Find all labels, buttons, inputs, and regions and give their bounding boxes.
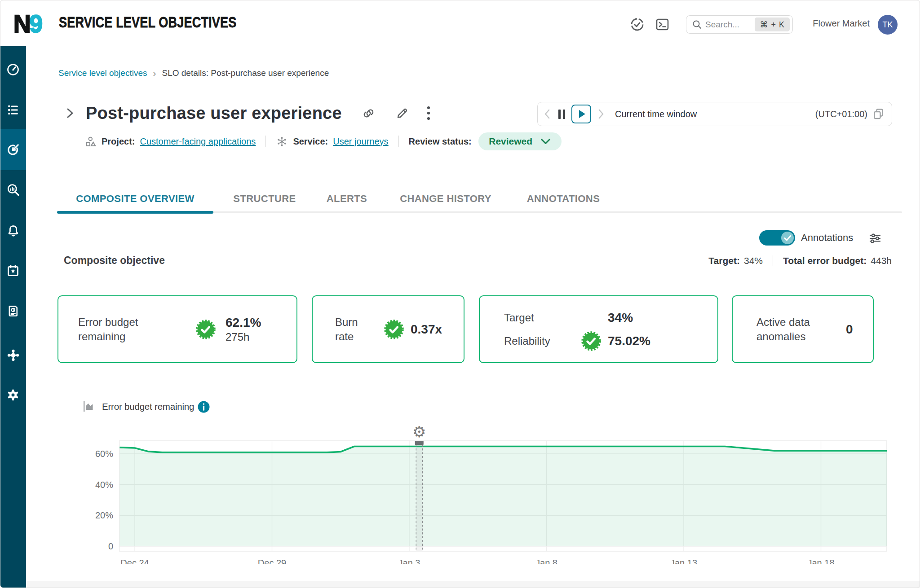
sidebar-item-integrations[interactable] xyxy=(0,335,26,375)
sidebar-item-dashboard[interactable] xyxy=(0,49,26,90)
bell-icon xyxy=(6,224,20,237)
time-window-label[interactable]: Current time window xyxy=(615,109,697,119)
nobl9-logo[interactable]: N9 xyxy=(13,9,41,38)
copy-icon[interactable] xyxy=(872,107,885,121)
project-link[interactable]: Customer-facing applications xyxy=(140,136,256,147)
target-row-label: Target xyxy=(504,311,534,325)
time-next-icon[interactable] xyxy=(597,108,605,120)
play-button[interactable] xyxy=(571,105,591,123)
slo-meta-row: Project: Customer-facing applications Se… xyxy=(84,132,562,151)
check-icon xyxy=(784,235,792,241)
footer-strip xyxy=(26,581,920,588)
card-target-reliability: Target 34% Reliability 75.02% xyxy=(479,295,718,363)
terminal-icon[interactable] xyxy=(655,17,670,32)
logo-9: 9 xyxy=(30,9,42,38)
copy-link-icon[interactable] xyxy=(362,106,376,120)
x-axis-label: Dec 24 xyxy=(120,558,149,564)
report-doc-icon xyxy=(6,304,20,318)
sidebar-item-slo-list[interactable] xyxy=(0,90,26,130)
chevron-down-icon xyxy=(540,138,551,145)
tenant-name[interactable]: Flower Market xyxy=(813,18,870,29)
error-budget-chart[interactable]: ⚙020%40%60%Dec 24Dec 29Jan 3Jan 8Jan 13J… xyxy=(81,422,916,564)
selection-handle[interactable] xyxy=(415,441,424,445)
healthy-badge-icon xyxy=(195,319,216,340)
avatar[interactable]: TK xyxy=(878,15,898,35)
app-header: N9 SERVICE LEVEL OBJECTIVES Search... ⌘ … xyxy=(0,0,920,46)
section-heading: Composite objective xyxy=(64,255,165,267)
tab-annotations[interactable]: ANNOTATIONS xyxy=(527,193,600,205)
tab-composite-overview[interactable]: COMPOSITE OVERVIEW xyxy=(57,193,213,205)
info-icon[interactable] xyxy=(198,401,210,413)
annotations-toggle-label: Annotations xyxy=(801,232,853,244)
sidebar-item-reports[interactable] xyxy=(0,291,26,331)
card-subvalue: 275h xyxy=(226,330,261,344)
card-value: 0.37x xyxy=(411,322,442,337)
tab-change-history[interactable]: CHANGE HISTORY xyxy=(400,193,491,205)
selection-band[interactable] xyxy=(416,441,422,551)
card-label: Burn rate xyxy=(335,315,371,344)
calendar-star-icon xyxy=(6,264,20,277)
target-label: Target: xyxy=(708,255,740,266)
tab-alerts[interactable]: ALERTS xyxy=(327,193,367,205)
review-status-dropdown[interactable]: Reviewed xyxy=(478,132,562,150)
breadcrumb: Service level objectives › SLO details: … xyxy=(58,68,329,79)
kebab-menu-icon[interactable] xyxy=(427,105,430,121)
project-label: Project: xyxy=(102,136,135,147)
collapse-chevron-icon[interactable] xyxy=(65,106,75,120)
search-placeholder: Search... xyxy=(705,20,739,30)
pause-button[interactable] xyxy=(558,110,565,119)
area-fill xyxy=(119,447,887,547)
annotations-toggle[interactable] xyxy=(759,230,795,246)
annotations-filter-icon[interactable] xyxy=(868,232,882,245)
sidebar-item-analyze[interactable] xyxy=(0,170,26,210)
search-chart-icon xyxy=(6,183,20,197)
page-title: Post-purchase user experience xyxy=(86,104,342,123)
service-link[interactable]: User journeys xyxy=(333,136,388,147)
target-value: 34% xyxy=(744,255,763,266)
card-active-anomalies: Active data anomalies 0 xyxy=(732,295,874,363)
card-label: Error budget remaining xyxy=(78,315,172,344)
sidebar-nav xyxy=(0,46,26,588)
sidebar-item-settings[interactable] xyxy=(0,375,26,415)
x-axis-label: Jan 3 xyxy=(398,558,420,564)
sidebar-item-slo-details[interactable] xyxy=(0,129,26,170)
time-prev-icon[interactable] xyxy=(543,108,551,120)
breadcrumb-current: SLO details: Post-purchase user experien… xyxy=(162,68,329,78)
search-input[interactable]: Search... ⌘ + K xyxy=(686,15,793,34)
divider xyxy=(398,136,399,147)
search-icon xyxy=(692,20,702,29)
time-window-control: Current time window (UTC+01:00) xyxy=(537,102,892,126)
list-icon xyxy=(6,103,20,117)
y-axis-label: 0 xyxy=(108,541,113,551)
budget-value: 443h xyxy=(871,255,892,266)
logo-n: N xyxy=(13,9,30,38)
divider xyxy=(773,255,773,266)
breadcrumb-link-slos[interactable]: Service level objectives xyxy=(58,68,147,78)
budget-label: Total error budget: xyxy=(783,255,867,266)
chart-title: Error budget remaining xyxy=(102,401,194,412)
tab-structure[interactable]: STRUCTURE xyxy=(233,193,296,205)
card-burn-rate: Burn rate 0.37x xyxy=(312,295,464,363)
reliability-row-label: Reliability xyxy=(504,334,550,348)
title-row: Post-purchase user experience xyxy=(65,102,430,124)
review-status-value: Reviewed xyxy=(489,136,532,147)
selection-gear-icon[interactable]: ⚙ xyxy=(412,423,426,440)
breadcrumb-separator: › xyxy=(153,68,156,79)
y-axis-label: 20% xyxy=(95,510,113,520)
slo-target-icon xyxy=(6,143,20,157)
x-axis-label: Jan 18 xyxy=(807,558,834,564)
x-axis-label: Jan 8 xyxy=(535,558,557,564)
active-tab-underline xyxy=(57,211,213,214)
timezone-label: (UTC+01:00) xyxy=(815,109,867,119)
clock-check-icon[interactable] xyxy=(630,17,645,32)
service-label: Service: xyxy=(293,136,328,147)
sidebar-item-annotations-calendar[interactable] xyxy=(0,250,26,291)
edit-pencil-icon[interactable] xyxy=(395,106,409,120)
sidebar-item-alerts[interactable] xyxy=(0,210,26,250)
review-status-label: Review status: xyxy=(409,136,472,147)
settings-gear-icon xyxy=(6,388,20,402)
card-error-budget: Error budget remaining 62.1% 275h xyxy=(58,295,297,363)
reliability-row-value: 75.02% xyxy=(608,333,650,349)
target-row-value: 34% xyxy=(608,310,633,325)
service-icon xyxy=(276,136,288,148)
